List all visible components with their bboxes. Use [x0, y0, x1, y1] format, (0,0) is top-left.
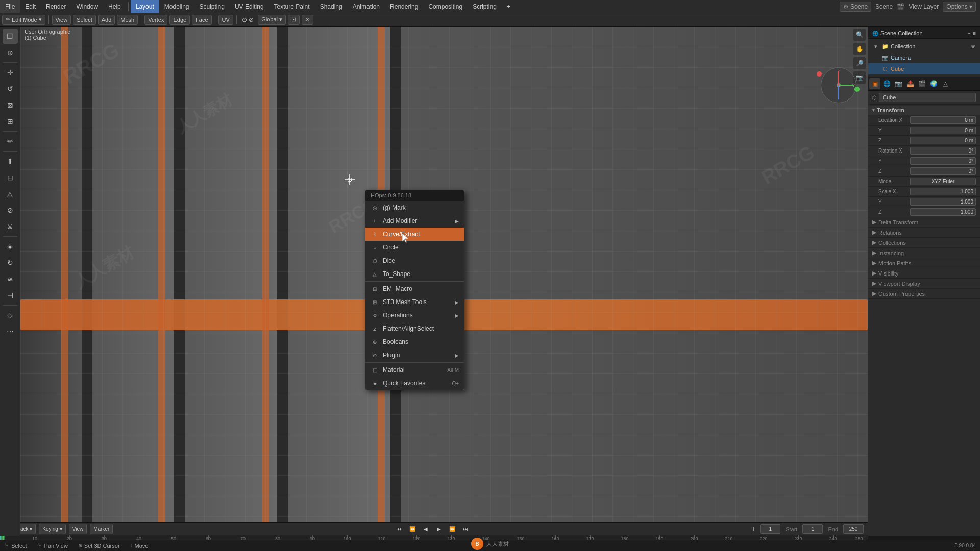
workspace-texturepaint[interactable]: Texture Paint	[269, 0, 315, 13]
next-keyframe-btn[interactable]: ⏩	[447, 524, 457, 534]
workspace-shading[interactable]: Shading	[315, 0, 348, 13]
sc-item-camera[interactable]: 📷 Camera	[868, 52, 980, 63]
menu-window[interactable]: Window	[71, 0, 103, 13]
ctx-item-operations[interactable]: ⚙ Operations ▶	[365, 309, 464, 322]
ctx-item-booleans[interactable]: ⊕ Booleans	[365, 335, 464, 348]
prop-icon-output[interactable]: 📤	[904, 78, 916, 89]
tool-transform[interactable]: ⊞	[3, 114, 18, 129]
workspace-layout[interactable]: Layout	[131, 0, 159, 13]
workspace-modeling[interactable]: Modeling	[159, 0, 194, 13]
scene-collection-add[interactable]: +	[967, 30, 970, 36]
ctx-item-curveextract[interactable]: ⌇ Curve/Extract	[365, 228, 464, 241]
ctx-item-addmodifier[interactable]: + Add Modifier ▶	[365, 214, 464, 228]
engine-selector[interactable]: ⚙ Scene	[840, 2, 871, 12]
proportional-btn[interactable]: ⊙	[302, 15, 313, 25]
tool-extrude[interactable]: ⬆	[3, 154, 18, 169]
menu-edit[interactable]: Edit	[20, 0, 41, 13]
vp-icon-move[interactable]: ✋	[853, 43, 866, 55]
scale-x[interactable]: 1.000	[910, 188, 976, 195]
scale-z[interactable]: 1.000	[910, 208, 976, 216]
tool-rotate[interactable]: ↺	[3, 81, 18, 96]
ctx-item-toshape[interactable]: △ To_Shape	[365, 267, 464, 281]
sc-vis-collection[interactable]: 👁	[971, 44, 976, 49]
tool-edge-slide[interactable]: ⊣	[3, 288, 18, 303]
workspace-animation[interactable]: Animation	[348, 0, 385, 13]
timeline-marker-btn[interactable]: Marker	[90, 524, 113, 534]
end-frame-input[interactable]: 250	[843, 524, 864, 534]
transform-space[interactable]: Global ▾	[258, 15, 286, 25]
visibility-section[interactable]: ▶ Visibility	[868, 268, 980, 279]
tool-select-box[interactable]: ☐	[3, 29, 18, 44]
menu-render[interactable]: Render	[41, 0, 71, 13]
ctx-item-emmacro[interactable]: ⊟ EM_Macro	[365, 282, 464, 295]
tool-bevel[interactable]: ◬	[3, 186, 18, 202]
collections-section[interactable]: ▶ Collections	[868, 238, 980, 248]
custom-properties-section[interactable]: ▶ Custom Properties	[868, 289, 980, 299]
transform-section-header[interactable]: ▾ Transform	[868, 106, 980, 115]
tool-inset[interactable]: ⊟	[3, 170, 18, 185]
render-icon[interactable]: 🎬	[897, 3, 904, 10]
tool-move[interactable]: ✛	[3, 65, 18, 80]
jump-start-btn[interactable]: ⏮	[394, 524, 404, 534]
snap-btn[interactable]: ⊡	[288, 15, 300, 25]
ctx-item-circle[interactable]: ○ Circle	[365, 241, 464, 254]
keying-selector[interactable]: Keying ▾	[39, 524, 65, 534]
tool-scale[interactable]: ⊠	[3, 97, 18, 113]
instancing-section[interactable]: ▶ Instancing	[868, 248, 980, 258]
vertex-btn[interactable]: Vertex	[144, 15, 167, 25]
edge-btn[interactable]: Edge	[169, 15, 190, 25]
menu-help[interactable]: Help	[103, 0, 126, 13]
tool-annotate[interactable]: ✏	[3, 134, 18, 149]
ctx-item-flatten[interactable]: ⊿ Flatten/AlignSelect	[365, 322, 464, 335]
viewport-display-section[interactable]: ▶ Viewport Display	[868, 279, 980, 289]
options-btn[interactable]: Options ▾	[943, 2, 976, 12]
tool-rip[interactable]: ⋯	[3, 324, 18, 339]
timeline-view-btn[interactable]: View	[69, 524, 87, 534]
workspace-compositing[interactable]: Compositing	[423, 0, 468, 13]
workspace-rendering[interactable]: Rendering	[385, 0, 423, 13]
rotation-mode-selector[interactable]: XYZ Euler	[910, 178, 976, 185]
tool-loop-cut[interactable]: ⊘	[3, 203, 18, 218]
overlay-toggles[interactable]: ⊙ ⊘	[242, 16, 254, 23]
scale-y[interactable]: 1.000	[910, 198, 976, 206]
mesh-btn[interactable]: Mesh	[117, 15, 138, 25]
ctx-item-quickfavorites[interactable]: ★ Quick Favorites Q+	[365, 377, 464, 390]
tool-knife[interactable]: ⚔	[3, 219, 18, 234]
tool-cursor[interactable]: ⊕	[3, 45, 18, 60]
ctx-item-material[interactable]: ◫ Material Alt M	[365, 363, 464, 377]
workspace-scripting[interactable]: Scripting	[468, 0, 502, 13]
sc-item-collection[interactable]: ▾ 📁 Collection 👁	[868, 41, 980, 52]
tool-smooth[interactable]: ≋	[3, 271, 18, 287]
uv-btn[interactable]: UV	[218, 15, 233, 25]
mode-selector[interactable]: ✏ Edit Mode ▾	[2, 15, 45, 25]
prev-keyframe-btn[interactable]: ⏪	[407, 524, 418, 534]
sc-item-cube[interactable]: ⬡ Cube	[868, 63, 980, 74]
vp-icon-search[interactable]: 🔍	[853, 29, 866, 41]
tool-shear[interactable]: ◇	[3, 308, 18, 323]
start-frame-input[interactable]: 1	[802, 524, 823, 534]
workspace-sculpting[interactable]: Sculpting	[194, 0, 230, 13]
location-z[interactable]: 0 m	[910, 137, 976, 144]
rotation-y[interactable]: 0°	[910, 157, 976, 165]
tool-spin[interactable]: ↻	[3, 255, 18, 270]
obj-name-field[interactable]: Cube	[879, 93, 976, 102]
menu-file[interactable]: File	[0, 0, 20, 13]
play-reverse-btn[interactable]: ◀	[421, 524, 431, 534]
prop-icon-objdata[interactable]: △	[940, 78, 951, 89]
prop-icon-render[interactable]: 📷	[893, 78, 904, 89]
ctx-item-st3meshtools[interactable]: ⊞ ST3 Mesh Tools ▶	[365, 295, 464, 309]
ctx-item-dice[interactable]: ⬡ Dice	[365, 254, 464, 267]
face-btn[interactable]: Face	[192, 15, 211, 25]
ctx-item-mark[interactable]: ◎ (g) Mark	[365, 201, 464, 214]
rotation-x[interactable]: 0°	[910, 147, 976, 155]
jump-end-btn[interactable]: ⏭	[460, 524, 471, 534]
location-y[interactable]: 0 m	[910, 127, 976, 134]
play-btn[interactable]: ▶	[434, 524, 444, 534]
location-x[interactable]: 0 m	[910, 116, 976, 124]
ctx-item-plugin[interactable]: ⊙ Plugin ▶	[365, 348, 464, 362]
prop-icon-scene[interactable]: 🌐	[881, 78, 892, 89]
tool-poly-build[interactable]: ◈	[3, 239, 18, 254]
add-btn[interactable]: Add	[98, 15, 115, 25]
current-frame-input[interactable]: 1	[760, 524, 780, 534]
prop-icon-world[interactable]: 🌍	[928, 78, 939, 89]
